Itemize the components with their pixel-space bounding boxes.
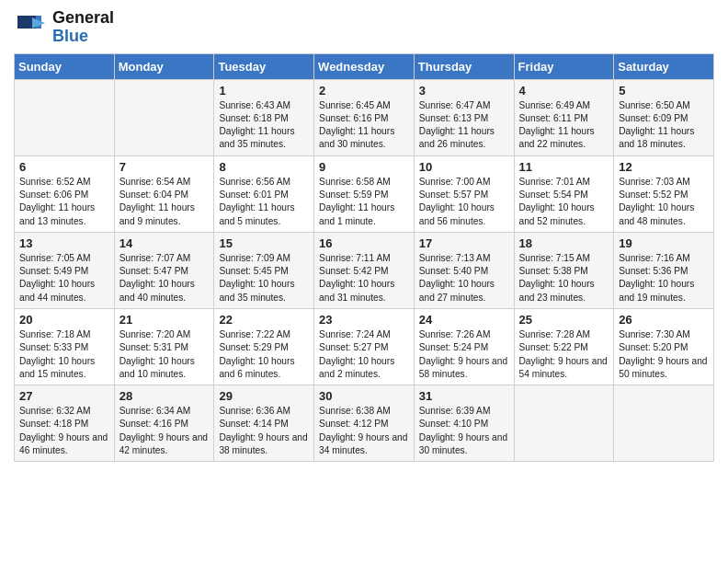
calendar-cell: [114, 79, 214, 155]
day-header-friday: Friday: [514, 53, 614, 79]
day-number: 7: [119, 160, 210, 174]
day-header-saturday: Saturday: [614, 53, 714, 79]
cell-content: Sunrise: 6:32 AMSunset: 4:18 PMDaylight:…: [19, 405, 109, 457]
calendar-cell: 6Sunrise: 6:52 AMSunset: 6:06 PMDaylight…: [15, 155, 115, 232]
cell-content: Sunrise: 7:13 AMSunset: 5:40 PMDaylight:…: [419, 252, 509, 304]
calendar-cell: [15, 79, 115, 155]
cell-content: Sunrise: 6:49 AMSunset: 6:11 PMDaylight:…: [519, 99, 609, 152]
day-number: 17: [419, 236, 509, 250]
cell-content: Sunrise: 7:16 AMSunset: 5:36 PMDaylight:…: [619, 252, 709, 304]
day-number: 13: [19, 236, 109, 250]
day-number: 12: [619, 160, 709, 174]
cell-content: Sunrise: 6:52 AMSunset: 6:06 PMDaylight:…: [19, 176, 109, 228]
day-number: 18: [519, 236, 609, 250]
day-number: 29: [219, 389, 309, 403]
calendar-cell: 24Sunrise: 7:26 AMSunset: 5:24 PMDayligh…: [414, 308, 514, 385]
day-number: 14: [119, 236, 210, 250]
cell-content: Sunrise: 7:09 AMSunset: 5:45 PMDaylight:…: [219, 252, 309, 304]
calendar-cell: 3Sunrise: 6:47 AMSunset: 6:13 PMDaylight…: [414, 79, 514, 155]
calendar-week-row: 20Sunrise: 7:18 AMSunset: 5:33 PMDayligh…: [15, 308, 714, 385]
day-header-monday: Monday: [114, 53, 214, 79]
day-number: 19: [619, 236, 709, 250]
calendar-cell: 31Sunrise: 6:39 AMSunset: 4:10 PMDayligh…: [414, 385, 514, 462]
cell-content: Sunrise: 6:50 AMSunset: 6:09 PMDaylight:…: [619, 99, 709, 152]
calendar-cell: 22Sunrise: 7:22 AMSunset: 5:29 PMDayligh…: [214, 308, 314, 385]
day-number: 23: [319, 313, 409, 327]
day-number: 15: [219, 236, 309, 250]
calendar-cell: 29Sunrise: 6:36 AMSunset: 4:14 PMDayligh…: [214, 385, 314, 462]
day-number: 9: [319, 160, 409, 174]
calendar-cell: 19Sunrise: 7:16 AMSunset: 5:36 PMDayligh…: [614, 232, 714, 308]
cell-content: Sunrise: 7:07 AMSunset: 5:47 PMDaylight:…: [119, 252, 210, 304]
calendar-week-row: 1Sunrise: 6:43 AMSunset: 6:18 PMDaylight…: [15, 79, 714, 155]
day-number: 6: [19, 160, 109, 174]
calendar-header-row: SundayMondayTuesdayWednesdayThursdayFrid…: [15, 53, 714, 79]
cell-content: Sunrise: 7:22 AMSunset: 5:29 PMDaylight:…: [219, 328, 309, 381]
calendar-cell: 26Sunrise: 7:30 AMSunset: 5:20 PMDayligh…: [614, 308, 714, 385]
day-number: 3: [419, 84, 509, 98]
calendar-cell: 10Sunrise: 7:00 AMSunset: 5:57 PMDayligh…: [414, 155, 514, 232]
calendar-cell: 30Sunrise: 6:38 AMSunset: 4:12 PMDayligh…: [314, 385, 415, 462]
cell-content: Sunrise: 6:34 AMSunset: 4:16 PMDaylight:…: [119, 405, 210, 457]
calendar-week-row: 6Sunrise: 6:52 AMSunset: 6:06 PMDaylight…: [15, 155, 714, 232]
cell-content: Sunrise: 7:03 AMSunset: 5:52 PMDaylight:…: [619, 176, 709, 228]
calendar-cell: 13Sunrise: 7:05 AMSunset: 5:49 PMDayligh…: [15, 232, 115, 308]
calendar-cell: 18Sunrise: 7:15 AMSunset: 5:38 PMDayligh…: [514, 232, 614, 308]
calendar-cell: 21Sunrise: 7:20 AMSunset: 5:31 PMDayligh…: [114, 308, 214, 385]
day-number: 25: [519, 313, 609, 327]
calendar-table: SundayMondayTuesdayWednesdayThursdayFrid…: [14, 53, 714, 463]
calendar-cell: 16Sunrise: 7:11 AMSunset: 5:42 PMDayligh…: [314, 232, 415, 308]
cell-content: Sunrise: 7:05 AMSunset: 5:49 PMDaylight:…: [19, 252, 109, 304]
day-number: 2: [319, 84, 409, 98]
logo: General Blue: [14, 9, 114, 46]
calendar-cell: 2Sunrise: 6:45 AMSunset: 6:16 PMDaylight…: [314, 79, 415, 155]
day-number: 21: [119, 313, 210, 327]
cell-content: Sunrise: 7:20 AMSunset: 5:31 PMDaylight:…: [119, 328, 210, 381]
cell-content: Sunrise: 6:38 AMSunset: 4:12 PMDaylight:…: [319, 405, 409, 457]
calendar-cell: 17Sunrise: 7:13 AMSunset: 5:40 PMDayligh…: [414, 232, 514, 308]
calendar-cell: 25Sunrise: 7:28 AMSunset: 5:22 PMDayligh…: [514, 308, 614, 385]
calendar-cell: 14Sunrise: 7:07 AMSunset: 5:47 PMDayligh…: [114, 232, 214, 308]
calendar-cell: [614, 385, 714, 462]
calendar-cell: 7Sunrise: 6:54 AMSunset: 6:04 PMDaylight…: [114, 155, 214, 232]
cell-content: Sunrise: 6:58 AMSunset: 5:59 PMDaylight:…: [319, 176, 409, 228]
cell-content: Sunrise: 7:15 AMSunset: 5:38 PMDaylight:…: [519, 252, 609, 304]
cell-content: Sunrise: 7:01 AMSunset: 5:54 PMDaylight:…: [519, 176, 609, 228]
day-header-sunday: Sunday: [15, 53, 115, 79]
day-header-wednesday: Wednesday: [314, 53, 415, 79]
day-number: 8: [219, 160, 309, 174]
day-number: 10: [419, 160, 509, 174]
day-number: 1: [219, 84, 309, 98]
cell-content: Sunrise: 6:43 AMSunset: 6:18 PMDaylight:…: [219, 99, 309, 152]
calendar-cell: 20Sunrise: 7:18 AMSunset: 5:33 PMDayligh…: [15, 308, 115, 385]
calendar-cell: 8Sunrise: 6:56 AMSunset: 6:01 PMDaylight…: [214, 155, 314, 232]
calendar-cell: 15Sunrise: 7:09 AMSunset: 5:45 PMDayligh…: [214, 232, 314, 308]
day-number: 4: [519, 84, 609, 98]
calendar-cell: 5Sunrise: 6:50 AMSunset: 6:09 PMDaylight…: [614, 79, 714, 155]
calendar-cell: 9Sunrise: 6:58 AMSunset: 5:59 PMDaylight…: [314, 155, 415, 232]
day-number: 16: [319, 236, 409, 250]
day-number: 30: [319, 389, 409, 403]
day-number: 11: [519, 160, 609, 174]
calendar-cell: 28Sunrise: 6:34 AMSunset: 4:16 PMDayligh…: [114, 385, 214, 462]
logo-icon: [14, 10, 49, 45]
calendar-week-row: 27Sunrise: 6:32 AMSunset: 4:18 PMDayligh…: [15, 385, 714, 462]
cell-content: Sunrise: 7:00 AMSunset: 5:57 PMDaylight:…: [419, 176, 509, 228]
day-number: 24: [419, 313, 509, 327]
cell-content: Sunrise: 7:11 AMSunset: 5:42 PMDaylight:…: [319, 252, 409, 304]
page-header: General Blue: [14, 9, 714, 46]
calendar-cell: 23Sunrise: 7:24 AMSunset: 5:27 PMDayligh…: [314, 308, 415, 385]
cell-content: Sunrise: 7:18 AMSunset: 5:33 PMDaylight:…: [19, 328, 109, 381]
cell-content: Sunrise: 7:26 AMSunset: 5:24 PMDaylight:…: [419, 328, 509, 381]
cell-content: Sunrise: 6:36 AMSunset: 4:14 PMDaylight:…: [219, 405, 309, 457]
calendar-week-row: 13Sunrise: 7:05 AMSunset: 5:49 PMDayligh…: [15, 232, 714, 308]
day-number: 26: [619, 313, 709, 327]
logo-text: General Blue: [52, 9, 114, 46]
cell-content: Sunrise: 7:24 AMSunset: 5:27 PMDaylight:…: [319, 328, 409, 381]
day-number: 5: [619, 84, 709, 98]
day-number: 27: [19, 389, 109, 403]
day-number: 31: [419, 389, 509, 403]
cell-content: Sunrise: 7:28 AMSunset: 5:22 PMDaylight:…: [519, 328, 609, 381]
day-number: 20: [19, 313, 109, 327]
day-number: 22: [219, 313, 309, 327]
